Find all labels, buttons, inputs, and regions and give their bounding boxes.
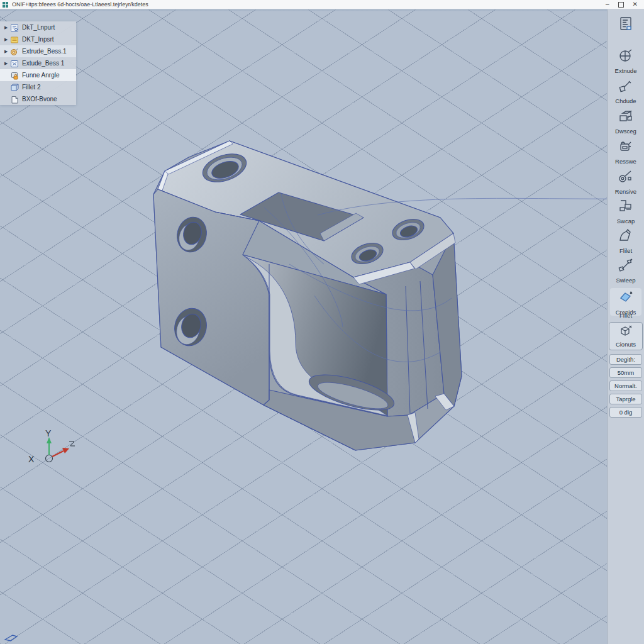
tree-item-extude-bess-1[interactable]: ▶ Extude_Bess 1	[0, 57, 76, 69]
toolbar-swieep[interactable]: Swieep	[608, 257, 644, 284]
toolbar-resswe[interactable]: Resswe	[608, 138, 644, 165]
folder-sheet-icon	[10, 35, 19, 43]
boxes-icon	[618, 108, 634, 125]
fillet-arc-icon	[618, 228, 634, 244]
expand-arrow-icon[interactable]: ▶	[4, 25, 10, 30]
part-left-plate	[153, 189, 269, 405]
expand-arrow-icon[interactable]: ▶	[4, 49, 10, 54]
field-depth-label[interactable]: Degith:	[609, 354, 642, 365]
toolbar-swcap[interactable]: Swcap	[608, 198, 644, 225]
chamfer-pin-icon	[618, 78, 634, 94]
toolbar-rensive[interactable]: Rensive	[608, 169, 644, 195]
revolve-icon	[618, 138, 634, 155]
toolbar-fillet-label[interactable]: Fillet	[608, 311, 644, 319]
axis-z-glyph	[69, 441, 75, 446]
axis-x-label: X	[28, 454, 35, 464]
tree-item-bxof-bvone[interactable]: BXOf-Bvone	[0, 93, 76, 105]
corner-widget-icon[interactable]	[5, 635, 17, 641]
tree-item-label: BXOf-Bvone	[22, 96, 57, 103]
toolbar-chdude[interactable]: Chdude	[608, 78, 644, 104]
sketch-doc-icon	[10, 23, 19, 31]
extrude-icon	[618, 48, 634, 64]
field-depth-value[interactable]: 50mm	[609, 367, 642, 378]
tree-item-label: Funne Anrgle	[22, 72, 60, 79]
tree-item-dkt-inpsrt[interactable]: ▶ DKT_Inpsrt	[0, 33, 76, 45]
tree-item-label: DkT_Lnpurt	[22, 24, 55, 31]
expand-arrow-icon[interactable]: ▶	[4, 37, 10, 42]
close-button[interactable]: ✕	[633, 1, 638, 8]
axis-triad: Y X	[28, 428, 75, 464]
swap-boxes-icon	[618, 198, 634, 214]
tree-item-label: Fillet 2	[22, 84, 40, 91]
toolbar-dwsceg[interactable]: Dwsceg	[608, 108, 644, 135]
field-taper-value[interactable]: 0 dig	[609, 407, 642, 418]
sketch-sheet-icon	[618, 16, 634, 33]
sweep-dumbbell-icon	[618, 257, 634, 274]
tree-item-dkt-lnpurt[interactable]: ▶ DkT_Lnpurt	[0, 21, 76, 33]
tool-option-cionuts[interactable]: Cionuts	[609, 322, 643, 350]
tree-item-label: Extude_Bess 1	[22, 60, 64, 67]
app-logo-icon	[3, 2, 8, 8]
right-toolbar: Extnude Chdude Dwsceg Resswe Rensive Swc…	[607, 9, 644, 644]
maximize-button[interactable]	[618, 2, 624, 8]
tree-item-extrude-bess-1[interactable]: ▶ Extrude_Bess.1	[0, 45, 76, 57]
window-title: ONlF+itps:bfeees 6d-hocts/oae-Ltlaeesl.t…	[12, 1, 148, 8]
tree-item-label: Extrude_Bess.1	[22, 48, 67, 55]
expand-arrow-icon[interactable]: ▶	[4, 61, 10, 66]
locked-feature-icon	[10, 71, 19, 79]
toolbar-flilet[interactable]: Flilet	[608, 228, 644, 254]
field-taper-label[interactable]: Taprgle	[609, 394, 642, 404]
field-direction-value[interactable]: Normalt.	[609, 380, 642, 391]
feature-tree-panel: ▶ DkT_Lnpurt ▶ DKT_Inpsrt ▶ Extrude_Bess…	[0, 21, 76, 105]
title-bar: ONlF+itps:bfeees 6d-hocts/oae-Ltlaeesl.t…	[0, 0, 644, 9]
extrude-wheel-icon	[10, 47, 19, 55]
document-icon	[10, 95, 19, 103]
tree-item-fillet-2[interactable]: Fillet 2	[0, 81, 76, 93]
part-3d-model[interactable]	[153, 141, 462, 450]
viewport-canvas[interactable]: Y X	[0, 9, 644, 644]
tool-option-label: Cionuts	[609, 341, 642, 348]
resolve-key-icon	[618, 169, 634, 185]
viewport-3d[interactable]: Y X	[0, 9, 644, 644]
fillet-cube-icon	[10, 83, 19, 91]
sketch-x-icon	[10, 59, 19, 67]
minimize-button[interactable]: –	[606, 1, 609, 8]
toolbar-sketch-sheet[interactable]	[608, 16, 644, 36]
blue-plane-icon	[618, 289, 634, 306]
cube-star-icon	[618, 324, 633, 338]
axis-y-label: Y	[45, 428, 52, 438]
toolbar-extrude[interactable]: Extnude	[608, 48, 644, 74]
tree-item-funne-anrgle[interactable]: Funne Anrgle	[0, 69, 76, 81]
tree-item-label: DKT_Inpsrt	[22, 36, 54, 43]
